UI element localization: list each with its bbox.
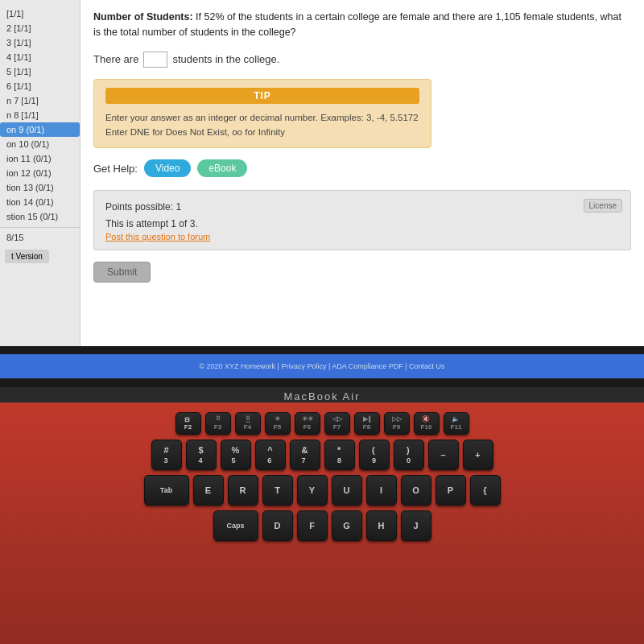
sidebar-item-1[interactable]: [1/1]: [0, 6, 80, 21]
get-help-label: Get Help:: [93, 163, 138, 175]
sidebar: [1/1] 2 [1/1] 3 [1/1] 4 [1/1] 5 [1/1] 6 …: [0, 0, 80, 346]
key-d[interactable]: D: [262, 510, 293, 541]
key-r[interactable]: R: [228, 475, 258, 506]
key-hash[interactable]: #3: [151, 440, 182, 470]
key-e[interactable]: E: [193, 475, 224, 506]
key-percent[interactable]: %5: [221, 440, 251, 470]
key-dollar[interactable]: $4: [186, 440, 217, 470]
key-i[interactable]: I: [366, 475, 397, 506]
tip-header: TIP: [105, 88, 419, 104]
attempt-text: This is attempt 1 of 3.: [105, 216, 619, 232]
question-title: Number of Students: If 52% of the studen…: [93, 10, 631, 40]
key-f3[interactable]: ⠿F3: [205, 412, 231, 435]
keyboard: ⊟F2 ⠿F3 ⣿F4 ☀F5 ☀☀F6 ◁▷F7 ▶‖F8 ▷▷F9 🔇F10…: [0, 402, 644, 644]
sidebar-item-9[interactable]: on 9 (0/1): [0, 122, 80, 137]
key-u[interactable]: U: [332, 475, 362, 506]
sidebar-item-12[interactable]: ion 12 (0/1): [0, 166, 80, 180]
license-button[interactable]: License: [584, 199, 622, 213]
key-capslock[interactable]: Caps: [213, 510, 258, 541]
key-p[interactable]: P: [436, 475, 466, 506]
footer-bar: © 2020 XYZ Homework | Privacy Policy | A…: [0, 354, 644, 378]
key-g[interactable]: G: [332, 510, 362, 541]
key-plus[interactable]: +: [463, 440, 493, 470]
sidebar-item-7[interactable]: n 7 [1/1]: [0, 93, 80, 108]
submit-button[interactable]: Submit: [93, 262, 151, 283]
sidebar-item-14[interactable]: tion 14 (0/1): [0, 195, 80, 209]
key-lbrace[interactable]: {: [470, 475, 501, 506]
key-h[interactable]: H: [366, 510, 397, 541]
key-tab[interactable]: Tab: [144, 475, 189, 506]
key-f10[interactable]: 🔇F10: [414, 412, 440, 435]
tip-line2: Enter DNE for Does Not Exist, oo for Inf…: [105, 125, 419, 139]
forum-link[interactable]: Post this question to forum: [105, 232, 619, 242]
screen: [1/1] 2 [1/1] 3 [1/1] 4 [1/1] 5 [1/1] 6 …: [0, 0, 644, 346]
key-j[interactable]: J: [401, 510, 431, 541]
footer-text: © 2020 XYZ Homework | Privacy Policy | A…: [199, 362, 444, 370]
letter-row-e: Tab E R T Y U I O P {: [144, 475, 501, 506]
sidebar-item-13[interactable]: tion 13 (0/1): [0, 180, 80, 195]
sidebar-item-11[interactable]: ion 11 (0/1): [0, 151, 80, 166]
number-key-row: #3 $4 %5 ^6 &7 *8 (9 )0 – +: [151, 440, 493, 470]
key-caret[interactable]: ^6: [255, 440, 286, 470]
key-f6[interactable]: ☀☀F6: [295, 412, 320, 435]
key-f2[interactable]: ⊟F2: [175, 412, 201, 435]
sidebar-item-10[interactable]: on 10 (0/1): [0, 137, 80, 151]
key-f5[interactable]: ☀F5: [265, 412, 291, 435]
answer-prefix: There are: [93, 53, 138, 65]
letter-row-d: Caps D F G H J: [213, 510, 431, 541]
main-content: Number of Students: If 52% of the studen…: [80, 0, 644, 346]
answer-suffix: students in the college.: [172, 53, 279, 65]
fn-key-row: ⊟F2 ⠿F3 ⣿F4 ☀F5 ☀☀F6 ◁▷F7 ▶‖F8 ▷▷F9 🔇F10…: [175, 412, 469, 435]
sidebar-version[interactable]: t Version: [5, 250, 49, 263]
key-minus[interactable]: –: [428, 440, 459, 470]
sidebar-score: 8/15: [0, 227, 80, 247]
key-f8[interactable]: ▶‖F8: [354, 412, 380, 435]
key-f4[interactable]: ⣿F4: [235, 412, 261, 435]
key-o[interactable]: O: [401, 475, 431, 506]
sidebar-item-8[interactable]: n 8 [1/1]: [0, 108, 80, 122]
key-f9[interactable]: ▷▷F9: [384, 412, 410, 435]
key-rparen[interactable]: )0: [394, 440, 424, 470]
sidebar-item-15[interactable]: stion 15 (0/1): [0, 209, 80, 224]
sidebar-item-6[interactable]: 6 [1/1]: [0, 79, 80, 93]
points-possible: Points possible: 1: [105, 199, 619, 215]
key-f7[interactable]: ◁▷F7: [324, 412, 350, 435]
sidebar-item-3[interactable]: 3 [1/1]: [0, 35, 80, 50]
answer-line: There are students in the college.: [93, 52, 631, 68]
video-button[interactable]: Video: [144, 159, 191, 177]
question-title-bold: Number of Students:: [93, 11, 193, 23]
sidebar-item-4[interactable]: 4 [1/1]: [0, 50, 80, 64]
points-box: License Points possible: 1 This is attem…: [93, 190, 631, 250]
key-y[interactable]: Y: [297, 475, 328, 506]
tip-box: TIP Enter your answer as an integer or d…: [93, 79, 431, 149]
sidebar-item-5[interactable]: 5 [1/1]: [0, 64, 80, 79]
key-star[interactable]: *8: [324, 440, 355, 470]
ebook-button[interactable]: eBook: [197, 159, 247, 177]
tip-line1: Enter your answer as an integer or decim…: [105, 110, 419, 125]
get-help: Get Help: Video eBook: [93, 159, 631, 177]
key-amp[interactable]: &7: [290, 440, 320, 470]
key-t[interactable]: T: [262, 475, 293, 506]
key-f[interactable]: F: [297, 510, 328, 541]
key-lparen[interactable]: (9: [359, 440, 390, 470]
answer-input[interactable]: [143, 52, 167, 68]
key-f11[interactable]: 🔈F11: [444, 412, 469, 435]
sidebar-item-2[interactable]: 2 [1/1]: [0, 21, 80, 35]
